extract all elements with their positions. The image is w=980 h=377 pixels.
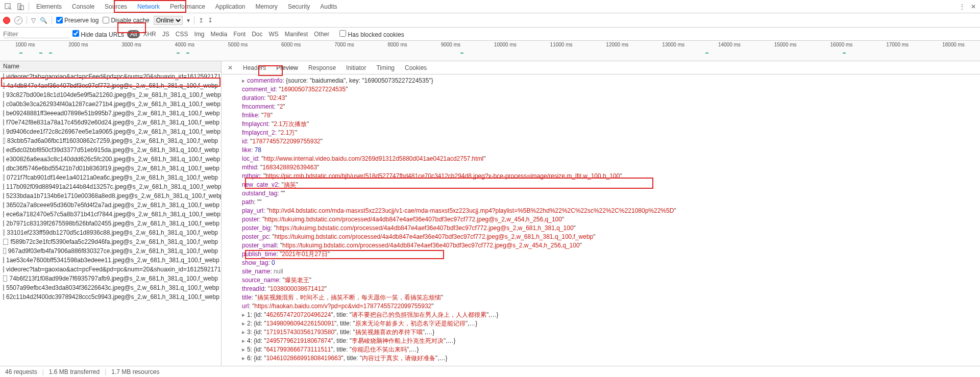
request-row[interactable]: videorec?tab=gaoxiao&act=pcFeed&pd=pc&nu… bbox=[0, 72, 221, 81]
file-icon bbox=[3, 92, 4, 98]
request-name: c0a0b3e3ca262934f40a1287cae271b4.jpeg@s_… bbox=[6, 100, 220, 108]
tab-elements[interactable]: Elements bbox=[31, 1, 67, 12]
request-row[interactable]: 62c11b4d2f400dc39789428ccc5c9943.jpeg@s_… bbox=[0, 292, 221, 301]
filter-type-xhr[interactable]: XHR bbox=[140, 30, 159, 38]
request-name: 33101ef233ff59db1270d5c1d8936c88.jpeg@s_… bbox=[7, 229, 218, 236]
request-row[interactable]: f70e742f8e831a78a17c456d92e60d24.jpeg@s_… bbox=[0, 118, 221, 127]
filter-type-img[interactable]: Img bbox=[191, 30, 207, 38]
filter-type-font[interactable]: Font bbox=[230, 30, 249, 38]
detail-tab-preview[interactable]: Preview bbox=[271, 63, 303, 73]
throttling-config-icon[interactable]: ▾ bbox=[187, 17, 190, 24]
filter-input[interactable] bbox=[3, 30, 69, 38]
request-row[interactable]: 93c827bd00e18c1d104de5e9f5a21260.jpeg@s_… bbox=[0, 90, 221, 99]
related-item[interactable]: ▸3: {id: "17191574303561793580", title: … bbox=[227, 328, 975, 337]
file-icon bbox=[3, 83, 5, 89]
transferred-size: 1.6 MB transferred bbox=[49, 368, 100, 375]
related-item[interactable]: ▸2: {id: "13498096094226150091", title: … bbox=[227, 319, 975, 328]
preserve-log-checkbox[interactable]: Preserve log bbox=[56, 17, 99, 24]
filter-icon[interactable]: ▽ bbox=[31, 17, 36, 24]
has-blocked-cookies-checkbox[interactable]: Has blocked cookies bbox=[339, 30, 404, 38]
tab-network[interactable]: Network bbox=[132, 1, 165, 12]
settings-icon[interactable]: ⋮ bbox=[959, 3, 965, 10]
request-name: dbc36f5746e6bd55421b7d01b8363f19.jpeg@s_… bbox=[6, 165, 219, 172]
request-list: Name videorec?tab=gaoxiao&act=pcFeed&pd=… bbox=[0, 61, 222, 366]
disable-cache-checkbox[interactable]: Disable cache bbox=[103, 17, 149, 24]
request-row[interactable]: 83cbb57ad6a06fbc1ff16030862c7259.jpeg@s_… bbox=[0, 136, 221, 145]
request-row[interactable]: 36502a7a8ceee95d360b7e5fd4f2a7ad.jpeg@s_… bbox=[0, 200, 221, 210]
request-row[interactable]: c0a0b3e3ca262934f40a1287cae271b4.jpeg@s_… bbox=[0, 99, 221, 109]
request-name: 4a4db847e4aef36e407bdf3ec97cf772.jpeg@s_… bbox=[7, 82, 218, 89]
request-row[interactable]: 74b6f213f1f08ad99de7f6935797afb9.jpeg@s_… bbox=[0, 274, 221, 283]
detail-tab-timing[interactable]: Timing bbox=[371, 63, 400, 73]
record-button[interactable] bbox=[3, 17, 10, 24]
tab-audits[interactable]: Audits bbox=[315, 1, 342, 12]
file-icon bbox=[3, 220, 4, 227]
request-name: 0721f7fcab901df14ee1a40121a0ea6c.jpeg@s_… bbox=[7, 174, 218, 181]
request-name: f70e742f8e831a78a17c456d92e60d24.jpeg@s_… bbox=[6, 119, 219, 126]
export-har-icon[interactable]: ↧ bbox=[208, 17, 213, 24]
detail-tab-response[interactable]: Response bbox=[303, 63, 341, 73]
request-row[interactable]: 967ad9f03efb4fa7906a886f830327ce.jpeg@s_… bbox=[0, 246, 221, 256]
request-row[interactable]: e300826a6eaa3c8c140ddd626c5fc200.jpeg@s_… bbox=[0, 155, 221, 164]
filter-type-css[interactable]: CSS bbox=[173, 30, 191, 38]
detail-tabs: ✕ HeadersPreviewResponseInitiatorTimingC… bbox=[222, 61, 980, 74]
tab-security[interactable]: Security bbox=[283, 1, 315, 12]
filter-type-other[interactable]: Other bbox=[311, 30, 332, 38]
timeline-tick: 18000 ms bbox=[942, 42, 965, 47]
tab-console[interactable]: Console bbox=[67, 1, 100, 12]
request-row[interactable]: 1ae53c4e7600bff5341598ab3edeee11.jpeg@s_… bbox=[0, 256, 221, 265]
filter-type-doc[interactable]: Doc bbox=[249, 30, 265, 38]
inspect-icon[interactable] bbox=[4, 3, 12, 11]
request-row[interactable]: 117b092f09d889491a2144b84d13257c.jpeg@s_… bbox=[0, 182, 221, 191]
file-icon bbox=[3, 248, 6, 254]
detail-tab-initiator[interactable]: Initiator bbox=[341, 63, 371, 73]
timeline-tick: 3000 ms bbox=[121, 42, 141, 47]
timeline-tick: 14000 ms bbox=[718, 42, 741, 47]
filter-type-js[interactable]: JS bbox=[159, 30, 173, 38]
filter-type-media[interactable]: Media bbox=[207, 30, 230, 38]
request-row[interactable]: 5233bdaa1b7134b6e1710e00368a8ed8.jpeg@s_… bbox=[0, 191, 221, 200]
request-row[interactable]: 9d9406cdee1f72c8c26967ee5e1a9065.jpeg@s_… bbox=[0, 127, 221, 136]
timeline-tick: 10000 ms bbox=[494, 42, 517, 47]
file-icon bbox=[3, 211, 4, 217]
request-row[interactable]: 5507a99efbc43ed3da8034f36226643c.jpeg@s_… bbox=[0, 283, 221, 292]
filter-type-ws[interactable]: WS bbox=[266, 30, 282, 38]
related-item[interactable]: ▸4: {id: "2495779621918067874", title: "… bbox=[227, 337, 975, 345]
request-row[interactable]: ece6a7182470e57c5a8b371b41cf7844.jpeg@s_… bbox=[0, 210, 221, 219]
related-item[interactable]: ▸1: {id: "4626574720720496224", title: "… bbox=[227, 311, 975, 319]
detail-tab-cookies[interactable]: Cookies bbox=[400, 63, 432, 73]
name-column-header[interactable]: Name bbox=[0, 61, 221, 72]
request-row[interactable]: f589b72c3e1fcf5390efaa5c229d46fa.jpeg@s_… bbox=[0, 237, 221, 246]
throttling-select[interactable]: Online bbox=[154, 16, 183, 25]
request-row[interactable]: videorec?tab=gaoxiao&act=pcFeed&pd=pc&nu… bbox=[0, 265, 221, 274]
tab-sources[interactable]: Sources bbox=[100, 1, 132, 12]
close-devtools-icon[interactable]: ✕ bbox=[971, 3, 976, 10]
import-har-icon[interactable]: ↥ bbox=[199, 17, 204, 24]
tab-performance[interactable]: Performance bbox=[165, 1, 210, 12]
request-row[interactable]: 2b7971c83139f2675598b526bfa02455.jpeg@s_… bbox=[0, 219, 221, 228]
file-icon bbox=[3, 257, 4, 263]
related-item[interactable]: ▸5: {id: "6417993666773111511", title: "… bbox=[227, 345, 975, 354]
request-name: f589b72c3e1fcf5390efaa5c229d46fa.jpeg@s_… bbox=[10, 238, 218, 245]
request-row[interactable]: ed5dc02bbf850cf39d3377d51eb915da.jpeg@s_… bbox=[0, 145, 221, 155]
request-row[interactable]: 4a4db847e4aef36e407bdf3ec97cf772.jpeg@s_… bbox=[0, 81, 221, 90]
detail-tab-headers[interactable]: Headers bbox=[238, 63, 271, 73]
device-icon[interactable] bbox=[16, 3, 24, 11]
preview-panel[interactable]: ▸commentInfo: {source: "baidumedia", key… bbox=[222, 74, 980, 366]
clear-button[interactable] bbox=[14, 16, 22, 24]
file-icon bbox=[3, 174, 5, 181]
request-row[interactable]: 0721f7fcab901df14ee1a40121a0ea6c.jpeg@s_… bbox=[0, 173, 221, 182]
request-row[interactable]: be09248881ff3eeead07898e51b995b7.jpeg@s_… bbox=[0, 109, 221, 118]
close-details-icon[interactable]: ✕ bbox=[224, 64, 237, 71]
request-row[interactable]: 33101ef233ff59db1270d5c1d8936c88.jpeg@s_… bbox=[0, 228, 221, 237]
filter-type-all[interactable]: All bbox=[127, 30, 140, 38]
filter-type-manifest[interactable]: Manifest bbox=[282, 30, 311, 38]
request-row[interactable]: dbc36f5746e6bd55421b7d01b8363f19.jpeg@s_… bbox=[0, 164, 221, 173]
tab-application[interactable]: Application bbox=[210, 1, 251, 12]
timeline[interactable]: 1000 ms2000 ms3000 ms4000 ms5000 ms6000 … bbox=[0, 41, 980, 61]
filter-row: Hide data URLs AllXHRJSCSSImgMediaFontDo… bbox=[0, 28, 980, 41]
hide-data-urls-checkbox[interactable]: Hide data URLs bbox=[72, 30, 124, 38]
search-icon[interactable]: 🔍 bbox=[40, 17, 47, 24]
tab-memory[interactable]: Memory bbox=[251, 1, 283, 12]
related-item[interactable]: ▸6: {id: "1046102866991808419663", title… bbox=[227, 354, 975, 363]
